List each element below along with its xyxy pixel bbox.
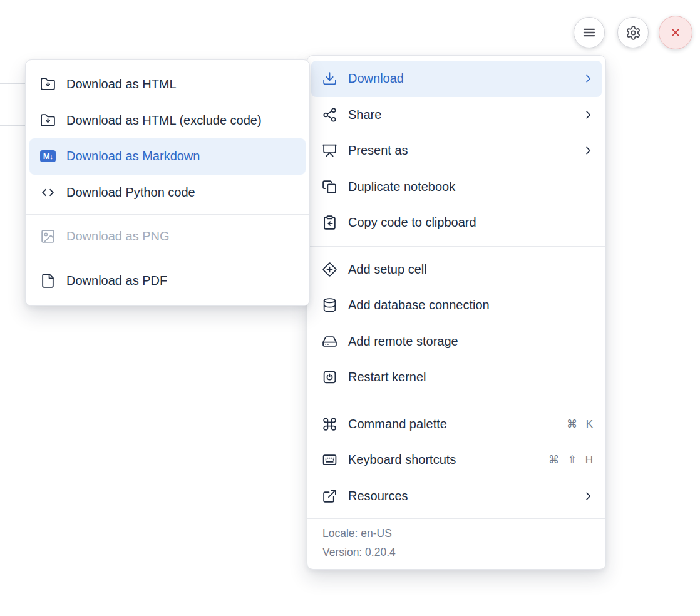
- markdown-icon: M↓: [40, 148, 56, 164]
- diamond-plus-icon: [322, 262, 337, 277]
- menu-item-label: Download as HTML (exclude code): [66, 113, 262, 128]
- menu-separator: [307, 401, 605, 401]
- keyboard-icon: [322, 452, 337, 468]
- chevron-right-icon: [582, 490, 594, 502]
- menu-item-download-as-html-exclude-code[interactable]: Download as HTML (exclude code): [29, 103, 306, 139]
- share-icon: [322, 107, 337, 123]
- menu-item-download-as-markdown[interactable]: M↓Download as Markdown: [29, 138, 306, 175]
- database-icon: [322, 297, 337, 313]
- menu-item-add-setup-cell[interactable]: Add setup cell: [311, 252, 602, 288]
- menu-separator: [307, 246, 605, 247]
- menu-item-keyboard-shortcuts[interactable]: Keyboard shortcuts⌘ ⇧ H: [311, 442, 602, 478]
- settings-button[interactable]: [617, 17, 649, 48]
- menu-item-download-as-png: Download as PNG: [29, 218, 306, 255]
- close-button[interactable]: [659, 16, 692, 49]
- menu-item-label: Add remote storage: [348, 334, 458, 349]
- command-icon: [322, 416, 337, 432]
- menu-item-download-as-pdf[interactable]: Download as PDF: [29, 263, 306, 299]
- menu-item-label: Duplicate notebook: [348, 180, 455, 194]
- shortcut-hint: ⌘ ⇧ H: [548, 453, 594, 466]
- menu-item-label: Download: [348, 71, 404, 86]
- chevron-right-icon: [582, 145, 594, 157]
- presentation-icon: [322, 143, 337, 158]
- menu-item-download[interactable]: Download: [311, 61, 602, 97]
- folder-download-icon: [40, 113, 56, 128]
- power-icon: [322, 369, 337, 385]
- menu-item-share[interactable]: Share: [311, 97, 602, 133]
- background-content-line: [0, 83, 25, 84]
- menu-item-label: Command palette: [348, 417, 447, 431]
- file-icon: [40, 273, 56, 289]
- menu-separator: [26, 214, 309, 215]
- menu-item-label: Add database connection: [348, 298, 490, 312]
- menu-item-label: Add setup cell: [348, 262, 427, 277]
- menu-item-label: Download Python code: [66, 185, 195, 200]
- menu-item-download-as-html[interactable]: Download as HTML: [29, 66, 306, 103]
- menu-item-label: Download as Markdown: [66, 149, 200, 163]
- clipboard-copy-icon: [322, 215, 337, 230]
- menu-item-resources[interactable]: Resources: [311, 478, 602, 515]
- menu-item-label: Keyboard shortcuts: [348, 453, 456, 467]
- duplicate-icon: [322, 179, 337, 195]
- close-icon: [669, 26, 682, 39]
- chevron-right-icon: [582, 73, 594, 85]
- menu-item-label: Present as: [348, 143, 408, 158]
- download-submenu: Download as HTMLDownload as HTML (exclud…: [25, 59, 310, 306]
- menu-footer: Locale: en-US Version: 0.20.4: [307, 518, 605, 569]
- menu-item-restart-kernel[interactable]: Restart kernel: [311, 359, 602, 396]
- download-icon: [322, 71, 337, 86]
- menu-item-present-as[interactable]: Present as: [311, 133, 602, 169]
- menu-item-label: Download as HTML: [66, 77, 177, 91]
- menu-item-add-remote-storage[interactable]: Add remote storage: [311, 324, 602, 360]
- menu-item-download-python-code[interactable]: Download Python code: [29, 175, 306, 211]
- menu-item-label: Resources: [348, 489, 408, 503]
- menu-item-label: Restart kernel: [348, 370, 426, 384]
- version-text: Version: 0.20.4: [307, 543, 605, 562]
- background-content-line: [0, 125, 25, 126]
- chevron-right-icon: [582, 109, 594, 121]
- menu-item-label: Copy code to clipboard: [348, 215, 476, 230]
- shortcut-hint: ⌘ K: [567, 418, 594, 431]
- folder-download-icon: [40, 76, 56, 92]
- locale-text: Locale: en-US: [307, 524, 605, 543]
- menu-item-add-database-connection[interactable]: Add database connection: [311, 287, 602, 324]
- hard-drive-icon: [322, 334, 337, 349]
- code-icon: [40, 185, 56, 200]
- menu-separator: [26, 259, 309, 259]
- menu-item-label: Share: [348, 108, 381, 122]
- hamburger-icon: [581, 24, 597, 41]
- menu-item-copy-code-to-clipboard[interactable]: Copy code to clipboard: [311, 205, 602, 241]
- notebook-menu-button[interactable]: [574, 17, 605, 48]
- external-link-icon: [322, 488, 337, 504]
- menu-item-label: Download as PNG: [66, 229, 170, 244]
- menu-item-duplicate-notebook[interactable]: Duplicate notebook: [311, 169, 602, 205]
- image-icon: [40, 228, 56, 244]
- menu-item-label: Download as PDF: [66, 274, 167, 288]
- gear-icon: [625, 25, 641, 41]
- menu-item-command-palette[interactable]: Command palette⌘ K: [311, 406, 602, 443]
- notebook-actions-menu: DownloadSharePresent asDuplicate noteboo…: [307, 55, 606, 570]
